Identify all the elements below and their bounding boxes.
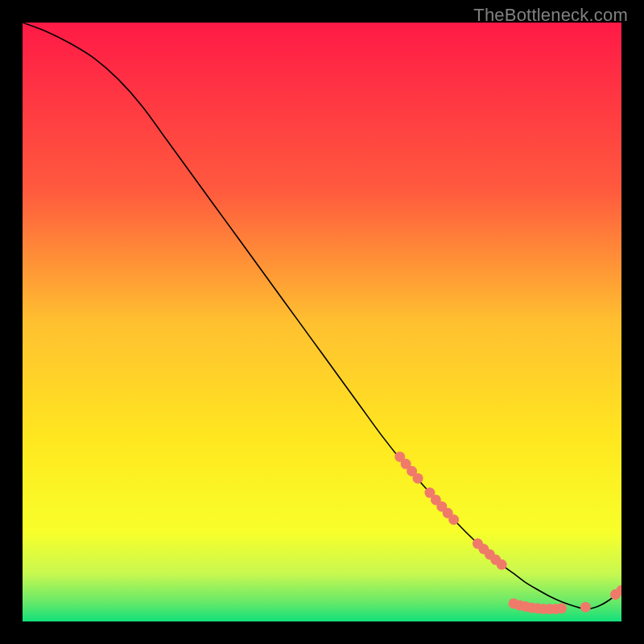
data-marker	[448, 514, 459, 525]
chart-area	[23, 23, 621, 621]
data-marker	[580, 602, 591, 613]
chart-svg	[23, 23, 621, 621]
gradient-background	[23, 23, 621, 621]
data-marker	[556, 603, 567, 613]
stage: TheBottleneck.com	[0, 0, 644, 644]
data-marker	[413, 473, 423, 484]
data-marker	[497, 559, 507, 570]
